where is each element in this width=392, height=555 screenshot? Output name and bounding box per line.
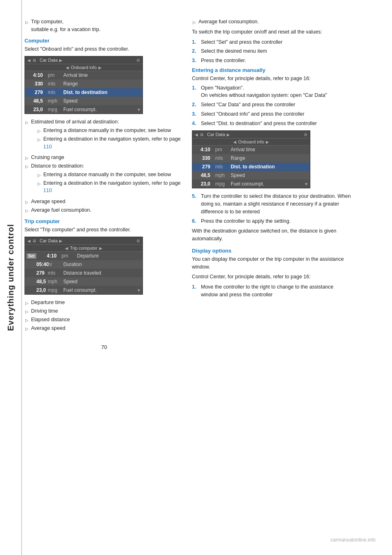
car-data-title-1: Car Data <box>40 58 58 63</box>
table-row: 23,0 mpg Fuel consumpt. ▼ <box>25 286 143 294</box>
list-item: 3. Select "Onboard info" and press the c… <box>192 110 351 118</box>
cell-label: Speed <box>61 97 143 105</box>
display-options-heading: Display options <box>192 248 351 254</box>
list-item: 4. Select "Dist. to destination" and pre… <box>192 120 351 128</box>
sub-bullet-text: Entering a distance manually in the comp… <box>43 127 171 134</box>
list-item: ▷ Cruising range <box>24 154 184 161</box>
bullet-arrow-icon: ▷ <box>193 19 196 25</box>
step-text: Select "Set" and press the controller <box>201 38 283 46</box>
cell-unit: mpg <box>213 180 228 188</box>
cell-num: 48,5 <box>25 97 45 105</box>
switch-steps: 1. Select "Set" and press the controller… <box>192 38 351 65</box>
watermark: carmanualonline.info <box>330 537 376 543</box>
cell-num: 279 <box>25 269 45 277</box>
right-column: ▷ Average fuel consumption. To switch th… <box>192 16 351 350</box>
cell-label: Dist. to destination <box>228 163 310 171</box>
sub-right-arrow: ▶ <box>266 140 269 144</box>
cell-unit: mls <box>45 269 61 277</box>
scroll-down-icon: ▼ <box>137 107 141 112</box>
bullet-arrow-icon: ▷ <box>25 19 29 25</box>
left-column: ▷ Trip computer,suitable e.g. for a vaca… <box>24 16 184 350</box>
cell-unit: pm <box>59 252 75 260</box>
table-row: 279 mls Distance traveled <box>25 269 143 278</box>
cell-unit: mls <box>213 154 228 162</box>
bullet-text: Estimated time of arrival at destination… <box>31 118 184 153</box>
cell-num: 4:10 <box>39 252 59 260</box>
table-row-highlighted: 279 mls Dist. to destination <box>192 163 310 171</box>
cell-unit: mph <box>45 278 61 286</box>
list-item: 6. Press the controller to apply the set… <box>192 217 351 225</box>
entering-distance-steps: 1. Open "Navigation".On vehicles without… <box>192 84 351 128</box>
set-badge: Set <box>27 253 36 259</box>
cell-unit: hr <box>45 260 61 269</box>
trip-features-bullets: ▷ Departure time ▷ Driving time ▷ Elapse… <box>24 299 184 332</box>
features-bullets: ▷ Estimated time of arrival at destinati… <box>24 118 184 214</box>
cell-num: 48,5 <box>25 278 45 286</box>
display-control-text: Control Center, for principle details, r… <box>192 273 351 281</box>
step-number: 3. <box>192 57 198 65</box>
car-data-header-right: ◀ 🖥 Car Data ▶ ⚙ <box>192 131 310 139</box>
cell-num: 23,0 <box>192 180 213 188</box>
list-item: 1. Select "Set" and press the controller <box>192 38 351 46</box>
step-number: 3. <box>192 110 198 118</box>
sub-bullet-list: ▷ Entering a distance manually in the co… <box>37 127 184 150</box>
cell-label: Speed <box>61 278 143 286</box>
right-arrow-icon: ▶ <box>59 58 62 63</box>
cell-unit: mph <box>213 171 228 179</box>
step-number: 1. <box>192 38 198 46</box>
list-item: ▷ Entering a distance manually in the co… <box>37 127 184 134</box>
cell-label: Fuel consumpt. <box>61 286 137 294</box>
table-row: 48,5 mph Speed <box>25 278 143 286</box>
bullet-text: Driving time <box>31 307 58 315</box>
list-item: ▷ Distance to destination: ▷ Entering a … <box>24 162 184 197</box>
sub-bullet-text: Entering a destination in the navigation… <box>43 179 184 195</box>
step-text: Move the controller to the right to chan… <box>201 283 351 299</box>
trip-car-data-title: Car Data <box>40 238 58 243</box>
cell-label: Range <box>61 80 143 88</box>
cell-unit: mpg <box>45 286 61 294</box>
cell-label: Speed <box>228 171 310 179</box>
settings-icon: ⚙ <box>136 239 140 243</box>
intro-bullets: ▷ Trip computer,suitable e.g. for a vaca… <box>24 18 184 34</box>
bullet-arrow-icon: ▷ <box>25 326 29 332</box>
entering-distance-heading: Entering a distance manually <box>192 67 351 73</box>
cell-label: Fuel consumpt. <box>61 105 137 114</box>
sidebar-line <box>21 0 22 555</box>
table-row: 05:40 hr Duration <box>25 260 143 269</box>
cell-num: 330 <box>25 80 45 88</box>
cell-num: 279 <box>192 163 213 171</box>
bullet-text: Average fuel consumption. <box>198 18 259 26</box>
page-link: 110 <box>43 188 52 193</box>
step-number: 1. <box>192 283 198 291</box>
list-item: ▷ Entering a destination in the navigati… <box>37 135 184 151</box>
table-row: Set 4:10 pm Departure <box>25 252 143 260</box>
settings-icon: ⚙ <box>304 132 307 137</box>
list-item: 5. Turn the controller to select the dis… <box>192 192 351 215</box>
bullet-text: Elapsed distance <box>31 316 70 324</box>
list-item: ▷ Entering a distance manually in the co… <box>37 171 184 179</box>
list-item: 2. Select the desired menu item <box>192 47 351 55</box>
table-row: 4:10 pm Arrival time <box>25 71 143 80</box>
trip-computer-text: Select "Trip computer" and press the con… <box>24 226 184 234</box>
bullet-arrow-icon: ▷ <box>38 128 41 134</box>
car-data-header-1: ◀ 🖥 Car Data ▶ ⚙ <box>25 56 143 64</box>
bullet-text: Cruising range <box>31 154 64 161</box>
cell-unit: pm <box>45 71 61 79</box>
bullet-text: Distance to destination: ▷ Entering a di… <box>31 162 184 197</box>
trip-car-data-header: ◀ 🖥 Car Data ▶ ⚙ <box>25 237 143 245</box>
sub-right-arrow: ▶ <box>99 246 102 251</box>
cell-num: 4:10 <box>25 71 45 79</box>
step-text: Select "Dist. to destination" and press … <box>201 120 317 128</box>
cell-label: Arrival time <box>61 71 143 79</box>
step-number: 1. <box>192 84 198 92</box>
step-text: Select "Onboard info" and press the cont… <box>201 110 304 118</box>
table-row: 23,0 mpg Fuel consumpt. ▼ <box>25 105 143 114</box>
list-item: 1. Move the controller to the right to c… <box>192 283 351 299</box>
bullet-arrow-icon: ▷ <box>25 119 29 125</box>
sub-bullet-text: Entering a distance manually in the comp… <box>43 171 171 179</box>
bullet-arrow-icon: ▷ <box>25 163 29 170</box>
bullet-arrow-icon: ▷ <box>25 199 29 205</box>
left-arrow-icon: ◀ <box>27 58 31 63</box>
trip-subtitle: Trip computer <box>70 246 97 251</box>
step-number: 4. <box>192 120 198 128</box>
